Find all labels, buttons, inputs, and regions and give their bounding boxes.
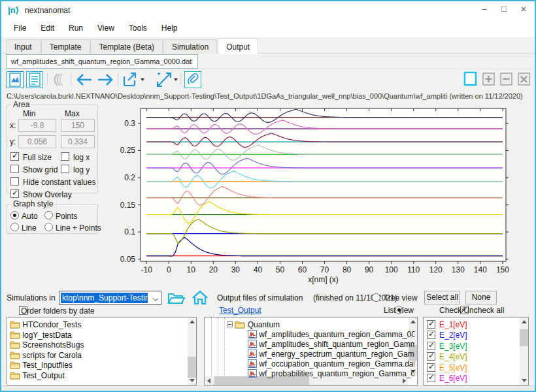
tree-file-wf-occupation-quantum-region[interactable]: wf_occupation_quantum_region_Gamma.dat [248,359,414,370]
attach-overlay-button[interactable] [184,71,201,88]
export-button[interactable] [122,71,139,88]
show-overlay-checkbox[interactable] [10,189,19,198]
scroll-down-icon[interactable] [190,379,195,382]
y-max-field[interactable] [61,135,95,148]
energy-row-e-6-ev[interactable]: E_6[eV] [427,374,467,384]
home-folder-button[interactable] [191,289,209,309]
hide-constant-values-checkbox[interactable] [10,177,19,186]
x-tick-label: 100 [385,265,398,274]
menu-item-file[interactable]: File [7,20,33,37]
menu-item-edit[interactable]: Edit [33,20,61,37]
folder-row-scripts-for-carola[interactable]: scripts for Carola [10,351,82,361]
energy-checkbox-e-1-ev[interactable] [427,320,435,329]
text-view-button[interactable] [26,71,43,88]
menu-item-run[interactable]: Run [61,20,90,37]
scrollbar-thumb[interactable] [188,357,196,378]
select-all-button[interactable]: Select all [424,291,460,304]
energy-label-e-5-ev: E_5[eV] [439,363,467,372]
folder-row-test-output[interactable]: Test_Output [10,371,65,382]
minimize-button[interactable]: – [475,1,494,18]
x-tick-label: 140 [474,265,487,274]
log-x-checkbox[interactable] [61,152,69,161]
tree-view-radio[interactable] [372,293,380,302]
toolbar-separator [180,73,181,86]
browse-folder-button[interactable] [167,289,186,309]
scroll-down-icon[interactable] [522,379,527,382]
tree-file-wf-amplitudes-quantum-region[interactable]: wf_amplitudes_quantum_region_Gamma_000 [248,330,414,340]
simulation-folder-combobox[interactable]: ktop\nnm_Support-Testing [59,291,161,305]
scroll-left-icon[interactable] [207,378,210,384]
folder-row-logy-testdata[interactable]: logY_testData [10,331,72,341]
tree-view-label: Tree view [384,293,418,302]
energy-checkbox-e-4-ev[interactable] [427,352,435,361]
overlay-curves-button-disabled [51,71,68,88]
graph-style-radio-line[interactable] [10,223,19,231]
folder-row-htcondor-tests[interactable]: HTCondor_Tests [10,320,81,331]
scroll-up-icon[interactable] [522,320,527,323]
full-size-checkbox[interactable] [10,152,19,161]
simulation-folder-list: HTCondor_Tests logY_testData Screenshots… [7,317,197,385]
tree-expander-icon[interactable] [227,321,233,327]
folder-icon [10,331,20,341]
energy-checkbox-e-6-ev[interactable] [427,374,435,382]
x-tick-label: 40 [254,265,263,274]
tree-file-wf-amplitudes-shift-quantum[interactable]: wf_amplitudes_shift_quantum_region_Gamma [248,340,414,350]
x-tick-label: -10 [141,265,153,274]
show-grid-checkbox[interactable] [10,165,19,173]
wavefunction-chart[interactable]: -100102030405060708090100110120130140150… [103,105,534,287]
tab-template-beta[interactable]: Template (Beta) [90,39,163,54]
scroll-up-icon[interactable] [410,320,416,323]
graph-style-radio-points[interactable] [44,211,53,220]
new-tab-button[interactable] [463,71,478,88]
fit-to-window-button[interactable] [156,71,173,88]
tree-file-wf-probabilities-quantum-reg[interactable]: wf_probabilities_quantum_region_Gamma_0 [248,369,414,380]
energy-checkbox-e-5-ev[interactable] [427,363,435,372]
window-title: nextnanomat [25,6,70,15]
report-page-icon [27,72,42,88]
tree-guide-line [218,318,218,375]
menu-item-view[interactable]: View [90,20,122,37]
menu-item-help[interactable]: Help [154,20,185,37]
simulation-folder-link[interactable]: Test_Output [219,306,261,315]
back-button[interactable] [75,71,94,88]
x-tick-label: 0 [167,265,171,274]
energy-row-e-4-ev[interactable]: E_4[eV] [427,352,467,363]
tab-output[interactable]: Output [218,39,258,54]
close-button[interactable]: × [514,1,533,18]
log-y-checkbox[interactable] [61,165,69,173]
close-all-tabs-button-disabled [516,71,532,88]
y-min-field[interactable] [18,135,56,148]
tab-template[interactable]: Template [41,39,90,54]
plot-area[interactable]: -100102030405060708090100110120130140150… [103,105,534,287]
x-min-field[interactable] [18,119,56,132]
tree-node-quantum[interactable]: Quantum [227,320,280,331]
folder-row-test-inputfiles[interactable]: Test_Inputfiles [10,361,73,371]
fit-dropdown-caret[interactable] [174,78,178,81]
maximize-button[interactable]: □ [494,1,514,18]
energy-list-vscrollbar[interactable] [520,318,528,385]
menu-item-tools[interactable]: Tools [122,20,154,37]
y-tick-label: 0.3 [124,119,135,128]
export-dropdown-caret[interactable] [141,78,144,81]
tree-file-wf-energy-spectrum-quantum-r[interactable]: wf_energy_spectrum_quantum_region_Gamm [248,350,414,360]
tab-simulation[interactable]: Simulation [163,39,217,54]
file-tab[interactable]: wf_amplitudes_shift_quantum_region_Gamma… [6,54,198,69]
energy-row-e-2-ev[interactable]: E_2[eV] [427,331,467,341]
title-bar: |n⟩ nextnanomat – □ × [1,1,535,20]
forward-button[interactable] [95,71,115,88]
folder-list-vscrollbar[interactable] [188,318,196,385]
scrollbar-thumb[interactable] [520,329,528,346]
scroll-up-icon[interactable] [190,320,195,323]
graph-style-radio-line-points[interactable] [44,223,53,231]
order-folders-label: Order folders by date [21,306,95,316]
energy-checkbox-e-2-ev[interactable] [427,331,435,339]
x-max-field[interactable] [61,119,95,132]
tab-input[interactable]: Input [6,39,41,54]
energy-checkbox-e-3-ev[interactable] [427,342,435,350]
none-button[interactable]: None [465,291,497,304]
plot-view-button[interactable] [7,71,24,88]
folder-row-screenshotsbugs[interactable]: ScreenshotsBugs [10,340,84,351]
list-view-label: List view [384,306,414,315]
graph-style-radio-auto[interactable] [10,211,19,220]
x-tick-label: 130 [452,265,465,274]
